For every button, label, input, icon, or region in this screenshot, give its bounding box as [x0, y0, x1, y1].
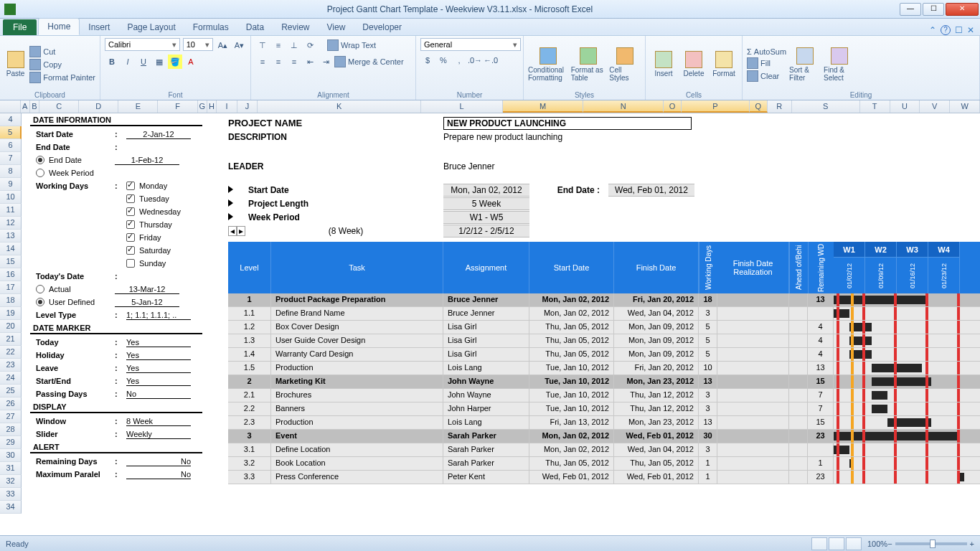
col-header-B[interactable]: B [30, 100, 39, 113]
gantt-row[interactable]: 1.3 User Guide Cover Design Lisa Girl Th… [228, 334, 980, 348]
italic-button[interactable]: I [121, 55, 135, 69]
project-desc-cell[interactable]: Prepare new product launching [443, 132, 694, 142]
find-select-button[interactable]: Find & Select [824, 38, 855, 90]
tab-page-layout[interactable]: Page Layout [118, 19, 184, 35]
slider-right-button[interactable]: ▸ [237, 226, 245, 236]
help-icon[interactable]: ? [941, 25, 951, 35]
align-bottom-button[interactable]: ⊥ [287, 38, 301, 52]
friday-check[interactable] [126, 233, 135, 242]
minimize-button[interactable]: — [900, 3, 921, 16]
comma-button[interactable]: , [452, 53, 466, 67]
copy-button[interactable]: Copy [29, 59, 95, 70]
end-date-radio[interactable] [36, 156, 44, 164]
format-as-table-button[interactable]: Format as Table [571, 38, 607, 90]
col-header-J[interactable]: J [237, 100, 258, 113]
font-name-combo[interactable]: Calibri▾ [105, 38, 180, 51]
zoom-slider[interactable] [895, 542, 967, 545]
tab-formulas[interactable]: Formulas [184, 19, 237, 35]
inc-decimal-button[interactable]: .0→ [468, 53, 482, 67]
tab-insert[interactable]: Insert [80, 19, 118, 35]
wrap-text-button[interactable]: Wrap Text [327, 38, 376, 52]
dec-decimal-button[interactable]: ←.0 [484, 53, 498, 67]
gantt-row[interactable]: 1.1 Define Brand Name Bruce Jenner Mon, … [228, 307, 980, 321]
project-name-cell[interactable]: NEW PRODUCT LAUNCHING [443, 117, 692, 130]
row-header-28[interactable]: 28 [0, 423, 22, 436]
zoom-in-button[interactable]: + [970, 540, 974, 548]
tab-review[interactable]: Review [273, 19, 318, 35]
row-header-25[interactable]: 25 [0, 385, 22, 397]
zoom-label[interactable]: 100% [867, 540, 887, 548]
file-tab[interactable]: File [3, 19, 37, 35]
slider-left-button[interactable]: ◂ [228, 226, 237, 236]
close-button[interactable]: ✕ [946, 3, 979, 16]
row-header-13[interactable]: 13 [0, 230, 22, 242]
delete-cells-button[interactable]: Delete [680, 38, 707, 90]
tab-home[interactable]: Home [38, 18, 80, 35]
maximize-button[interactable]: ☐ [923, 3, 944, 16]
gantt-row[interactable]: 3.3 Press Conference Peter Kent Wed, Feb… [228, 471, 980, 484]
sunday-check[interactable] [126, 259, 135, 268]
gantt-row[interactable]: 3 Event Sarah Parker Mon, Jan 02, 2012 W… [228, 430, 980, 443]
tab-developer[interactable]: Developer [354, 19, 410, 35]
row-header-22[interactable]: 22 [0, 346, 22, 359]
align-center-button[interactable]: ≡ [271, 55, 286, 69]
row-header-24[interactable]: 24 [0, 372, 22, 385]
row-header-7[interactable]: 7 [0, 152, 22, 165]
start-date-value[interactable]: 2-Jan-12 [126, 130, 191, 139]
merge-center-button[interactable]: Merge & Center [334, 55, 404, 69]
format-painter-button[interactable]: Format Painter [29, 72, 95, 83]
row-header-11[interactable]: 11 [0, 204, 22, 217]
minimize-ribbon-icon[interactable]: ⌃ [929, 25, 936, 35]
row-header-29[interactable]: 29 [0, 436, 22, 449]
col-header-M[interactable]: M [503, 100, 583, 113]
cut-button[interactable]: Cut [29, 46, 95, 57]
col-header-W[interactable]: W [950, 100, 980, 113]
gantt-row[interactable]: 1.2 Box Cover Design Lisa Girl Thu, Jan … [228, 321, 980, 334]
row-header-15[interactable]: 15 [0, 255, 22, 268]
col-header-E[interactable]: E [118, 100, 158, 113]
indent-dec-button[interactable]: ⇤ [303, 55, 317, 69]
col-header-P[interactable]: P [682, 100, 750, 113]
align-top-button[interactable]: ⊤ [255, 38, 270, 52]
gantt-row[interactable]: 2 Marketing Kit John Wayne Tue, Jan 10, … [228, 375, 980, 389]
window-restore-icon[interactable]: ☐ [955, 25, 963, 35]
col-header-H[interactable]: H [207, 100, 217, 113]
gantt-row[interactable]: 1.5 Production Lois Lang Tue, Jan 10, 20… [228, 362, 980, 375]
percent-button[interactable]: % [436, 53, 451, 67]
thursday-check[interactable] [126, 220, 135, 229]
row-header-30[interactable]: 30 [0, 449, 22, 462]
font-color-button[interactable]: A [184, 55, 198, 69]
gantt-row[interactable]: 2.2 Banners John Harper Tue, Jan 10, 201… [228, 402, 980, 416]
row-header-12[interactable]: 12 [0, 217, 22, 230]
border-button[interactable]: ▦ [152, 55, 166, 69]
paste-button[interactable]: Paste [4, 38, 27, 90]
row-header-4[interactable]: 4 [0, 113, 22, 126]
underline-button[interactable]: U [136, 55, 151, 69]
cond-format-button[interactable]: Conditional Formatting [528, 38, 568, 90]
row-header-14[interactable]: 14 [0, 242, 22, 255]
row-header-32[interactable]: 32 [0, 475, 22, 488]
insert-cells-button[interactable]: Insert [650, 38, 677, 90]
tuesday-check[interactable] [126, 194, 135, 203]
saturday-check[interactable] [126, 246, 135, 255]
row-header-34[interactable]: 34 [0, 501, 22, 514]
project-leader-cell[interactable]: Bruce Jenner [443, 161, 694, 171]
row-header-8[interactable]: 8 [0, 165, 22, 178]
row-header-21[interactable]: 21 [0, 333, 22, 346]
row-header-17[interactable]: 17 [0, 281, 22, 294]
week-period-radio[interactable] [36, 169, 44, 177]
row-header-31[interactable]: 31 [0, 462, 22, 475]
col-header-I[interactable]: I [217, 100, 237, 113]
workbook-close-icon[interactable]: ✕ [967, 25, 974, 35]
row-header-23[interactable]: 23 [0, 359, 22, 372]
align-left-button[interactable]: ≡ [255, 55, 270, 69]
gantt-row[interactable]: 1.4 Warranty Card Design Lisa Girl Thu, … [228, 348, 980, 362]
gantt-row[interactable]: 3.2 Book Location Sarah Parker Thu, Jan … [228, 457, 980, 471]
row-header-19[interactable]: 19 [0, 307, 22, 320]
row-header-16[interactable]: 16 [0, 268, 22, 281]
col-header-U[interactable]: U [890, 100, 920, 113]
bold-button[interactable]: B [105, 55, 119, 69]
col-header-C[interactable]: C [39, 100, 79, 113]
col-header-S[interactable]: S [792, 100, 860, 113]
fill-color-button[interactable]: 🪣 [168, 55, 182, 69]
